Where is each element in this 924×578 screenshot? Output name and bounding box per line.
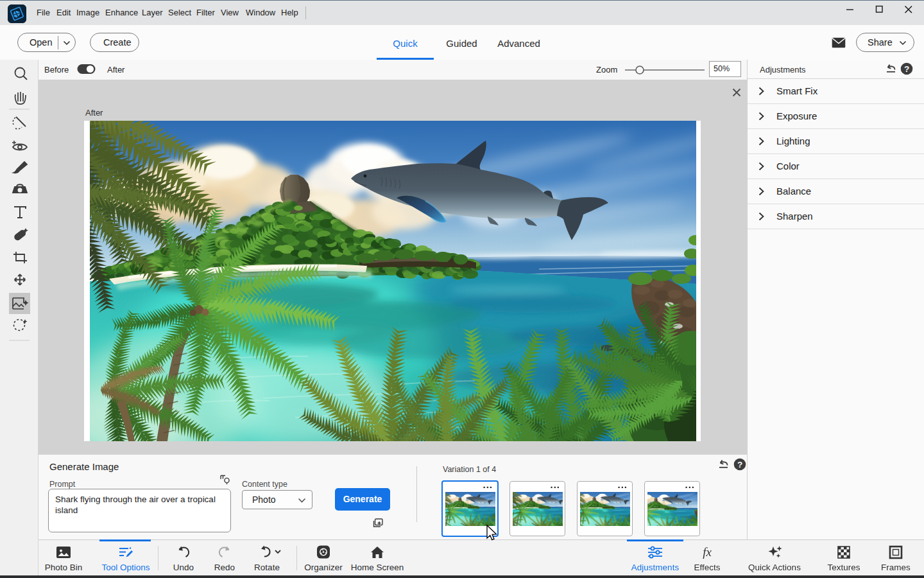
svg-text:?: ?	[904, 64, 909, 74]
svg-text:?: ?	[737, 460, 742, 469]
svg-text:fx: fx	[703, 545, 712, 559]
